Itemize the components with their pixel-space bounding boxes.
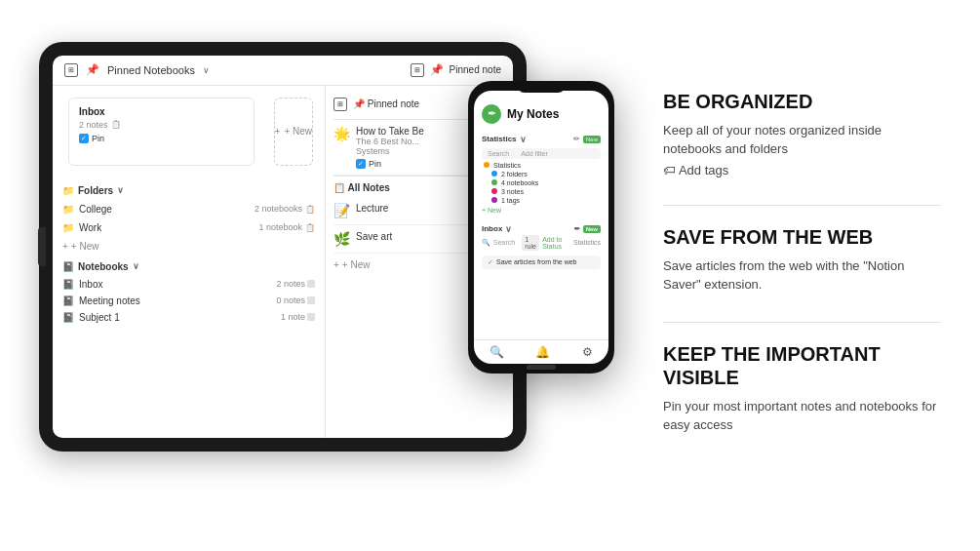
stats-link[interactable]: Statistics	[573, 239, 601, 246]
feature-organized-title: BE ORGANIZED	[663, 90, 941, 113]
folder-college[interactable]: 📁 College 2 notebooks 📋	[53, 200, 325, 218]
plus-icon: +	[275, 126, 281, 137]
note-emoji-1: 🌟	[333, 126, 350, 141]
pinned-note-label: Pinned note	[450, 64, 501, 75]
folder-work[interactable]: 📁 Work 1 notebook 📋	[53, 218, 325, 237]
stats-chevron: ∨	[520, 135, 527, 144]
work-count: 1 notebook 📋	[258, 222, 315, 232]
tree-dot-notebooks	[491, 179, 497, 185]
features-section: BE ORGANIZED Keep all of your notes orga…	[644, 90, 941, 462]
note-title-2: Lecture	[356, 203, 388, 214]
notebook-icon-inbox: 📓	[62, 279, 74, 290]
add-status-link[interactable]: Add to Status	[542, 236, 570, 250]
feature-visible-title: KEEP THE IMPORTANT VISIBLE	[663, 342, 941, 389]
search-bottom-icon[interactable]: 🔍	[490, 345, 504, 359]
phone-tree: Statistics 2 folders 4 notebooks 3 notes	[482, 161, 601, 205]
pin-check-row: ✓ Pin	[79, 134, 244, 143]
bell-bottom-icon[interactable]: 🔔	[535, 345, 550, 359]
chevron-down-icon: ∨	[203, 65, 210, 75]
tree-item-notebooks: 4 notebooks	[482, 178, 601, 187]
tree-dot-statistics	[484, 162, 490, 168]
feature-organized-extra: 🏷 Add tags	[663, 163, 941, 177]
count-icon-3	[307, 313, 315, 321]
search-icon-inbox: 🔍	[482, 239, 490, 247]
count-icon-2	[307, 296, 315, 304]
tree-dot-folders	[491, 171, 497, 177]
inbox-pinned-card[interactable]: Inbox 2 notes 📋 ✓ Pin	[68, 98, 255, 166]
stats-section-header: Statistics ∨ ✏ New	[482, 133, 601, 146]
tree-dot-notes	[491, 188, 497, 194]
grid-icon-2: ⊞	[411, 63, 424, 77]
folders-section-header: 📁 Folders ∨	[53, 179, 325, 200]
subject-note-count: 1 note	[281, 312, 315, 322]
pinned-note-header: 📌 Pinned note	[353, 98, 419, 109]
notebook-meeting-notes[interactable]: 📓 Meeting notes 0 notes	[53, 293, 325, 309]
feature-web: SAVE FROM THE WEB Save articles from the…	[663, 225, 941, 295]
edit-icon-2: ✏	[574, 225, 580, 233]
note-item-1[interactable]: 🌟 How to Take Be The 6 Best No... System…	[333, 120, 480, 176]
pin-icon: 📌	[86, 63, 99, 76]
tree-item-folders: 2 folders	[482, 170, 601, 178]
tree-item-statistics: Statistics	[482, 161, 601, 170]
plus-folder-icon: +	[62, 241, 68, 252]
note-emoji-3: 🌿	[333, 231, 350, 247]
tablet-header: ⊞ 📌 Pinned Notebooks ∨ ⊞ 📌 Pinned note	[53, 56, 513, 86]
inbox-new-badge: New	[583, 225, 601, 233]
phone-header: ✒ My Notes	[474, 91, 608, 130]
tablet-device: ⊞ 📌 Pinned Notebooks ∨ ⊞ 📌 Pinned note	[39, 42, 527, 452]
folders-chevron: ∨	[117, 185, 124, 195]
notebook-header-icon: 📓	[62, 261, 74, 272]
note-title-3: Save art	[356, 231, 392, 242]
devices-section: ⊞ 📌 Pinned Notebooks ∨ ⊞ 📌 Pinned note	[20, 22, 644, 530]
notebook-inbox[interactable]: 📓 Inbox 2 notes	[53, 276, 325, 293]
note-pin-1: ✓ Pin	[356, 159, 424, 169]
divider-1	[663, 205, 941, 206]
pinned-notebooks-label: Pinned Notebooks	[107, 64, 195, 76]
folder-icon-college: 📁	[62, 204, 74, 215]
folder-icon-header: 📁	[62, 185, 74, 196]
checkbox-icon: ✓	[79, 134, 89, 143]
app-icon: ✒	[482, 104, 501, 124]
notebook-icon-meeting: 📓	[62, 295, 74, 306]
notebooks-chevron: ∨	[133, 261, 139, 271]
feature-organized-desc: Keep all of your notes organized inside …	[663, 121, 941, 159]
new-badge: New	[583, 136, 601, 143]
grid-icon-right: ⊞	[333, 98, 347, 111]
settings-bottom-icon[interactable]: ⚙	[582, 345, 593, 359]
feature-visible: KEEP THE IMPORTANT VISIBLE Pin your most…	[663, 342, 941, 435]
grid-icon: ⊞	[64, 63, 78, 77]
notebook-icon-subject: 📓	[62, 312, 74, 323]
feature-web-desc: Save articles from the web with the "Not…	[663, 256, 941, 295]
checkmark-icon: ✓	[488, 258, 493, 266]
edit-icon: ✏	[573, 135, 580, 143]
new-notebook-card[interactable]: + + New	[274, 98, 313, 166]
all-notes-header: 📋 All Notes	[333, 176, 480, 197]
add-folder-btn[interactable]: + + New	[53, 237, 325, 256]
note-checkbox-1: ✓	[356, 159, 366, 169]
meeting-note-count: 0 notes	[276, 295, 315, 305]
divider-2	[663, 322, 941, 323]
phone-search-bar[interactable]: Search Add filter	[482, 148, 601, 159]
folder-icon-work: 📁	[62, 222, 74, 233]
note-sub-1: Systems	[356, 146, 424, 156]
tablet-home-button[interactable]	[38, 227, 46, 266]
tablet-screen: ⊞ 📌 Pinned Notebooks ∨ ⊞ 📌 Pinned note	[53, 56, 513, 438]
college-count: 2 notebooks 📋	[255, 204, 315, 214]
note-item-3[interactable]: 🌿 Save art	[333, 225, 480, 254]
tree-dot-tags	[491, 197, 497, 203]
inbox-card-title: Inbox	[79, 106, 244, 117]
inbox-header: Inbox ∨ ✏ New	[482, 224, 601, 234]
inbox-note-count: 2 notes	[276, 279, 315, 289]
note-emoji-2: 📝	[333, 203, 350, 218]
save-articles-item[interactable]: ✓ Save articles from the web	[482, 256, 601, 269]
pin-icon-2: 📌	[430, 63, 444, 76]
notebook-subject1[interactable]: 📓 Subject 1 1 note	[53, 309, 325, 326]
feature-organized: BE ORGANIZED Keep all of your notes orga…	[663, 90, 941, 177]
phone-new-btn[interactable]: + New	[482, 205, 601, 216]
phone-home-button[interactable]	[527, 365, 556, 370]
add-note-btn[interactable]: + + New	[333, 254, 480, 276]
plus-note-icon: +	[333, 259, 339, 270]
phone-notch	[517, 81, 566, 93]
inbox-card-subtitle: 2 notes 📋	[79, 120, 244, 130]
note-item-2[interactable]: 📝 Lecture	[333, 197, 480, 225]
